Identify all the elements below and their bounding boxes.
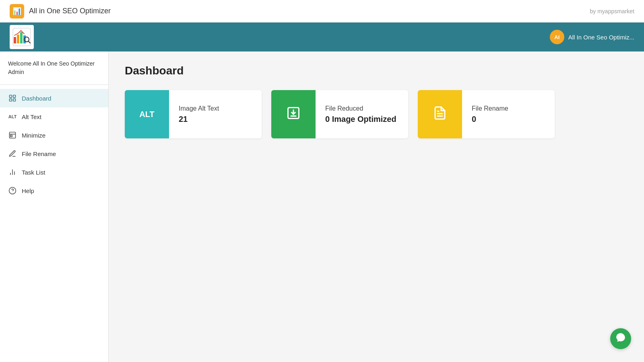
user-avatar: AI bbox=[550, 30, 564, 44]
sidebar-label-help: Help bbox=[22, 187, 34, 194]
sidebar: Welcome All In One Seo Optimizer Admin D… bbox=[0, 51, 109, 362]
svg-line-6 bbox=[29, 41, 30, 43]
sidebar-item-minimize[interactable]: Minimize bbox=[0, 126, 108, 144]
sidebar-label-file-rename: File Rename bbox=[22, 150, 56, 157]
file-rename-card-icon bbox=[433, 106, 447, 123]
header-logo-icon bbox=[10, 25, 34, 49]
main-layout: Welcome All In One Seo Optimizer Admin D… bbox=[0, 51, 644, 362]
sidebar-item-alt-text[interactable]: ALT Alt Text bbox=[0, 107, 108, 126]
card-icon-block-alt: ALT bbox=[125, 90, 169, 138]
card-icon-block-reduced bbox=[271, 90, 316, 138]
chat-button[interactable] bbox=[610, 328, 631, 349]
card-body-file-rename: File Rename 0 bbox=[462, 90, 518, 138]
main-content: Dashboard ALT Image Alt Text 21 bbox=[109, 51, 644, 362]
sidebar-label-minimize: Minimize bbox=[22, 132, 45, 139]
sidebar-label-alt-text: Alt Text bbox=[22, 113, 41, 120]
card-value-file-reduced: 0 Image Optimized bbox=[325, 115, 396, 124]
card-value-file-rename: 0 bbox=[472, 115, 508, 124]
top-bar-left: 📊 All in One SEO Optimizer bbox=[10, 4, 111, 19]
file-rename-icon bbox=[8, 149, 17, 158]
sidebar-label-dashboard: Dashboard bbox=[22, 95, 51, 102]
dashboard-icon bbox=[8, 94, 17, 103]
user-name: All In One Seo Optimiz... bbox=[568, 34, 634, 41]
svg-rect-10 bbox=[13, 99, 16, 101]
card-file-rename[interactable]: File Rename 0 bbox=[418, 90, 555, 138]
card-body-alt-text: Image Alt Text 21 bbox=[169, 90, 229, 138]
sidebar-item-task-list[interactable]: Task List bbox=[0, 163, 108, 181]
svg-rect-2 bbox=[17, 35, 19, 43]
svg-rect-8 bbox=[13, 95, 16, 98]
sidebar-item-dashboard[interactable]: Dashboard bbox=[0, 89, 108, 107]
alt-text-card-icon: ALT bbox=[139, 110, 154, 119]
top-bar: 📊 All in One SEO Optimizer by myappsmark… bbox=[0, 0, 644, 23]
app-title: All in One SEO Optimizer bbox=[29, 7, 111, 15]
card-label-file-rename: File Rename bbox=[472, 105, 508, 112]
svg-rect-9 bbox=[10, 99, 12, 101]
brand-label: by myappsmarket bbox=[590, 8, 634, 14]
card-label-file-reduced: File Reduced bbox=[325, 105, 396, 112]
app-logo: 📊 bbox=[10, 4, 24, 19]
header-band: AI All In One Seo Optimiz... bbox=[0, 23, 644, 51]
card-label-alt-text: Image Alt Text bbox=[179, 105, 219, 112]
task-list-icon bbox=[8, 168, 17, 177]
sidebar-label-task-list: Task List bbox=[22, 169, 45, 176]
sidebar-welcome: Welcome All In One Seo Optimizer Admin bbox=[0, 60, 108, 85]
card-image-alt-text[interactable]: ALT Image Alt Text 21 bbox=[125, 90, 262, 138]
alt-text-icon: ALT bbox=[8, 112, 17, 121]
cards-row: ALT Image Alt Text 21 bbox=[125, 90, 628, 138]
svg-rect-7 bbox=[10, 95, 12, 98]
card-body-file-reduced: File Reduced 0 Image Optimized bbox=[316, 90, 406, 138]
minimize-icon bbox=[8, 131, 17, 140]
chat-icon bbox=[615, 332, 626, 345]
card-value-alt-text: 21 bbox=[179, 115, 219, 124]
file-reduced-card-icon bbox=[286, 106, 301, 123]
header-user[interactable]: AI All In One Seo Optimiz... bbox=[550, 30, 634, 44]
help-icon bbox=[8, 186, 17, 195]
svg-rect-1 bbox=[14, 37, 16, 43]
page-title: Dashboard bbox=[125, 64, 628, 77]
sidebar-item-file-rename[interactable]: File Rename bbox=[0, 144, 108, 163]
svg-rect-12 bbox=[10, 135, 12, 137]
card-icon-block-rename bbox=[418, 90, 462, 138]
svg-rect-3 bbox=[20, 32, 23, 43]
sidebar-item-help[interactable]: Help bbox=[0, 181, 108, 200]
card-file-reduced[interactable]: File Reduced 0 Image Optimized bbox=[271, 90, 408, 138]
